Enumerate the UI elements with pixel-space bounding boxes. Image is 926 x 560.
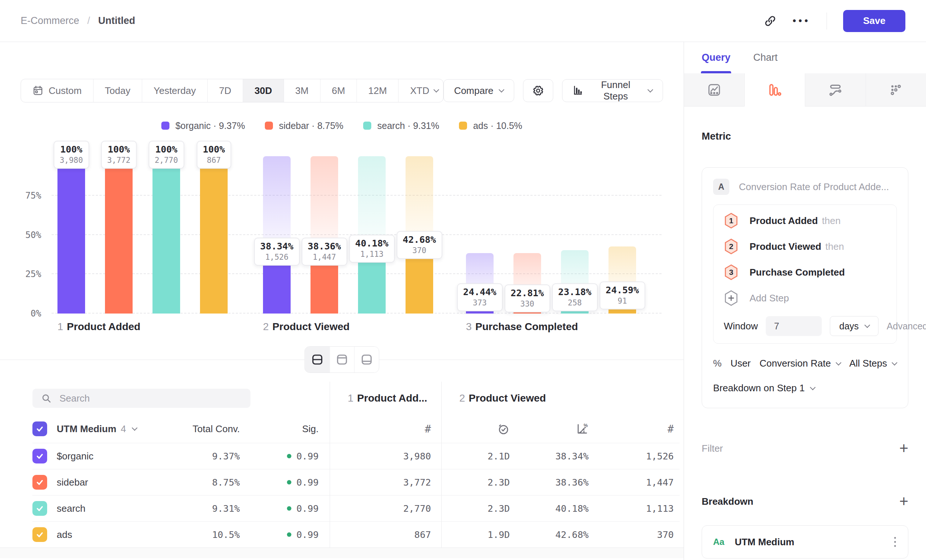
- layout-toggle-bottom[interactable]: [354, 347, 379, 372]
- column-sig[interactable]: Sig.: [249, 415, 330, 443]
- query-step-1[interactable]: 1 Product Added then: [724, 208, 886, 233]
- funnel-bar-organic[interactable]: 100% 3,980: [57, 156, 85, 313]
- column-avg-time[interactable]: [441, 415, 520, 443]
- add-filter-button[interactable]: +: [899, 440, 908, 456]
- layout-divider: [0, 346, 684, 373]
- steps-scope-dropdown[interactable]: All Steps: [849, 358, 897, 369]
- add-step-button[interactable]: Add Step: [724, 285, 886, 311]
- date-range-xtd[interactable]: XTD: [398, 79, 443, 102]
- avg-time-icon: [497, 422, 510, 435]
- gear-icon: [532, 85, 544, 97]
- breakdown-item[interactable]: Aa UTM Medium: [702, 525, 908, 558]
- count-icon: #: [667, 423, 674, 435]
- column-conv-rate[interactable]: %: [520, 415, 599, 443]
- chart-type-tab-funnel[interactable]: [744, 73, 805, 106]
- layout-toggle-split[interactable]: [305, 347, 330, 372]
- row-checkbox[interactable]: [32, 449, 47, 463]
- breadcrumb-project[interactable]: E-Commerce: [21, 15, 79, 27]
- group-label[interactable]: UTM Medium: [57, 423, 117, 435]
- breakdown-item-menu[interactable]: [893, 536, 897, 548]
- cell-avg-time: 2.1D: [441, 443, 520, 469]
- query-step-2[interactable]: 2 Product Viewed then: [724, 233, 886, 259]
- funnel-bar-sidebar[interactable]: 100% 3,772: [105, 156, 133, 313]
- compare-button[interactable]: Compare: [443, 79, 514, 102]
- funnel-bar-ads[interactable]: 100% 867: [200, 156, 228, 313]
- layout-toggle-top[interactable]: [330, 347, 354, 372]
- date-range-today[interactable]: Today: [93, 79, 142, 102]
- cell-conv-rate: 40.18%: [520, 495, 599, 521]
- date-range-30d[interactable]: 30D: [243, 79, 284, 102]
- save-button[interactable]: Save: [843, 10, 905, 32]
- tab-chart[interactable]: Chart: [753, 42, 778, 73]
- funnel-step-name-2: 2Product Viewed: [263, 321, 350, 333]
- window-value-input[interactable]: [766, 316, 822, 336]
- chevron-down-icon: [835, 360, 841, 365]
- more-menu-button[interactable]: •••: [793, 15, 810, 27]
- funnel-bar-ads[interactable]: 24.59% 91: [608, 156, 636, 313]
- row-label-cell: ads: [32, 521, 154, 548]
- funnel-bar-sidebar[interactable]: 22.81% 330: [513, 156, 541, 313]
- bar-count: 867: [203, 156, 225, 165]
- funnel-bar-search[interactable]: 23.18% 258: [561, 156, 589, 313]
- tab-query[interactable]: Query: [702, 42, 731, 73]
- chevron-down-icon: [434, 87, 439, 93]
- add-step-label: Add Step: [750, 292, 789, 304]
- row-label[interactable]: search: [57, 503, 85, 514]
- bar-value-label: 23.18% 258: [552, 283, 598, 311]
- funnel-bar-search[interactable]: 40.18% 1,113: [358, 156, 386, 313]
- metric-type-dropdown[interactable]: Conversion Rate: [760, 358, 841, 369]
- column-step1-count[interactable]: #: [330, 415, 441, 443]
- date-range-yesterday[interactable]: Yesterday: [142, 79, 207, 102]
- table-step2-header[interactable]: 2 Product Viewed: [441, 382, 679, 415]
- query-step-3[interactable]: 3 Purchase Completed: [724, 259, 886, 285]
- cell-avg-time: 2.3D: [441, 495, 520, 521]
- legend-swatch: [459, 121, 467, 130]
- metric-card: A Conversion Rate of Product Adde... 1 P…: [702, 167, 908, 408]
- row-checkbox[interactable]: [32, 475, 47, 490]
- date-range-7d[interactable]: 7D: [207, 79, 243, 102]
- chevron-down-icon[interactable]: [132, 425, 138, 431]
- entity-dropdown[interactable]: User: [731, 358, 750, 369]
- funnel-step-group-3: 24.44% 37322.81% 33023.18% 25824.59% 91: [466, 156, 636, 313]
- legend-item-organic[interactable]: $organic · 9.37%: [161, 121, 245, 131]
- search-input[interactable]: [59, 392, 242, 404]
- row-label[interactable]: ads: [57, 529, 72, 540]
- row-label[interactable]: $organic: [57, 451, 94, 462]
- funnel-bar-ads[interactable]: 42.68% 370: [406, 156, 433, 313]
- chart-style-button[interactable]: Funnel Steps: [562, 79, 663, 102]
- window-unit-dropdown[interactable]: days: [830, 316, 879, 336]
- entity-label: User: [731, 358, 750, 369]
- metric-title-row[interactable]: A Conversion Rate of Product Adde...: [713, 179, 897, 195]
- select-all-checkbox[interactable]: [32, 421, 47, 436]
- legend-item-ads[interactable]: ads · 10.5%: [459, 121, 522, 131]
- copy-link-button[interactable]: [764, 15, 776, 27]
- bar-value-label: 24.59% 91: [599, 282, 645, 309]
- legend-item-sidebar[interactable]: sidebar · 8.75%: [265, 121, 343, 131]
- funnel-bar-organic[interactable]: 24.44% 373: [466, 156, 493, 313]
- chart-type-tab-insights[interactable]: [684, 73, 744, 106]
- report-title[interactable]: Untitled: [98, 15, 136, 27]
- advanced-dropdown[interactable]: Advanced: [887, 321, 926, 331]
- legend-item-search[interactable]: search · 9.31%: [363, 121, 439, 131]
- column-step2-count[interactable]: #: [599, 415, 679, 443]
- date-range-12m[interactable]: 12M: [357, 79, 398, 102]
- row-checkbox[interactable]: [32, 527, 47, 542]
- date-range-6m[interactable]: 6M: [320, 79, 357, 102]
- add-breakdown-button[interactable]: +: [899, 494, 908, 509]
- advanced-label: Advanced: [887, 321, 926, 331]
- chart-type-tab-flows[interactable]: [805, 73, 865, 106]
- date-range-3m[interactable]: 3M: [284, 79, 320, 102]
- funnel-bar-sidebar[interactable]: 38.36% 1,447: [310, 156, 338, 313]
- funnel-bar-search[interactable]: 100% 2,770: [153, 156, 180, 313]
- funnel-step-name-3: 3Purchase Completed: [466, 321, 578, 333]
- breakdown-on-dropdown[interactable]: Breakdown on Step 1: [713, 383, 897, 394]
- table-step1-header[interactable]: 1 Product Add...: [330, 382, 441, 415]
- funnel-bar-organic[interactable]: 38.34% 1,526: [263, 156, 291, 313]
- date-range-custom[interactable]: Custom: [21, 79, 93, 102]
- row-label[interactable]: sidebar: [57, 477, 88, 488]
- chart-type-tab-retention[interactable]: [865, 73, 926, 106]
- column-total-conv[interactable]: Total Conv.: [154, 415, 249, 443]
- bar-count: 1,113: [355, 250, 388, 259]
- chart-settings-button[interactable]: [523, 79, 553, 102]
- row-checkbox[interactable]: [32, 501, 47, 516]
